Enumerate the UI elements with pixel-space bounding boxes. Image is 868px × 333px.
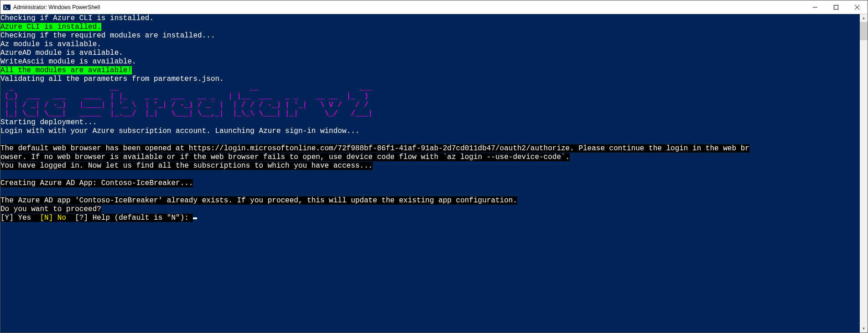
output-line: Checking if Azure CLI is installed.	[0, 14, 860, 23]
output-line: Azure CLI is installed.	[0, 23, 860, 32]
black-bg-text: The default web browser has been opened …	[0, 144, 749, 153]
black-bg-text: The Azure AD app 'Contoso-IceBreaker' al…	[0, 196, 517, 205]
window-controls	[805, 0, 868, 14]
output-line: Az module is available.	[0, 40, 860, 49]
prompt-help: [?] Help (default is "N"):	[66, 214, 193, 222]
prompt-no: [N] No	[40, 214, 66, 222]
scroll-down-button[interactable]: ▼	[860, 325, 868, 333]
output-line: Starting deployment...	[0, 118, 860, 127]
svg-rect-3	[834, 5, 838, 9]
scroll-thumb[interactable]	[860, 22, 868, 40]
output-line: Login with with your Azure subscription …	[0, 127, 860, 136]
output-line: Validating all the parameters from param…	[0, 75, 860, 84]
black-bg-text: owser. If no web browser is available or…	[0, 153, 570, 161]
highlighted-text: Azure CLI is installed.	[0, 23, 101, 31]
blank-line	[0, 136, 860, 144]
powershell-window: Administrator: Windows PowerShell Checki…	[0, 0, 868, 333]
output-line: AzureAD module is available.	[0, 49, 860, 58]
highlighted-text: All the modules are available!	[0, 66, 132, 74]
window-title: Administrator: Windows PowerShell	[13, 4, 805, 11]
svg-rect-0	[3, 5, 10, 10]
minimize-button[interactable]	[805, 0, 826, 14]
black-bg-text: You have logged in. Now let us find all …	[0, 162, 373, 170]
powershell-icon	[3, 4, 10, 11]
output-line: WriteAscii module is available.	[0, 58, 860, 66]
output-line: Creating Azure AD App: Contoso-IceBreake…	[0, 179, 860, 188]
blank-line	[0, 170, 860, 179]
prompt-yes: [Y] Yes	[0, 214, 40, 222]
close-button[interactable]	[847, 0, 868, 14]
output-line: All the modules are available!	[0, 66, 860, 75]
body-wrap: Checking if Azure CLI is installed.Azure…	[0, 14, 868, 333]
black-bg-text: Creating Azure AD App: Contoso-IceBreake…	[0, 179, 193, 187]
prompt-line: [Y] Yes [N] No [?] Help (default is "N")…	[0, 214, 860, 222]
ascii-art-line: |_| \__| \___| _____ |_.__/ |_| \___| \_…	[0, 110, 860, 118]
output-line: The default web browser has been opened …	[0, 144, 860, 153]
cursor	[193, 217, 197, 219]
output-line: The Azure AD app 'Contoso-IceBreaker' al…	[0, 196, 860, 205]
output-line: You have logged in. Now let us find all …	[0, 162, 860, 170]
black-bg-text: Do you want to proceed?	[0, 205, 101, 213]
output-line: owser. If no web browser is available or…	[0, 153, 860, 162]
terminal-output[interactable]: Checking if Azure CLI is installed.Azure…	[0, 14, 860, 333]
titlebar[interactable]: Administrator: Windows PowerShell	[0, 0, 868, 14]
ascii-art-line: (_) ___ ___ ____ | |_ _ _ ___ __ _ | |__…	[0, 92, 860, 101]
scroll-up-button[interactable]: ▲	[860, 14, 868, 22]
vertical-scrollbar[interactable]: ▲ ▼	[860, 14, 868, 333]
blank-line	[0, 188, 860, 196]
output-line: Do you want to proceed?	[0, 205, 860, 214]
output-line: Checking if the required modules are ins…	[0, 32, 860, 40]
ascii-art-line: _ __ __ ___	[0, 84, 860, 92]
maximize-button[interactable]	[826, 0, 847, 14]
ascii-art-line: | | / _| / -_) |____| | '_ \ | '_| / -_)…	[0, 101, 860, 110]
